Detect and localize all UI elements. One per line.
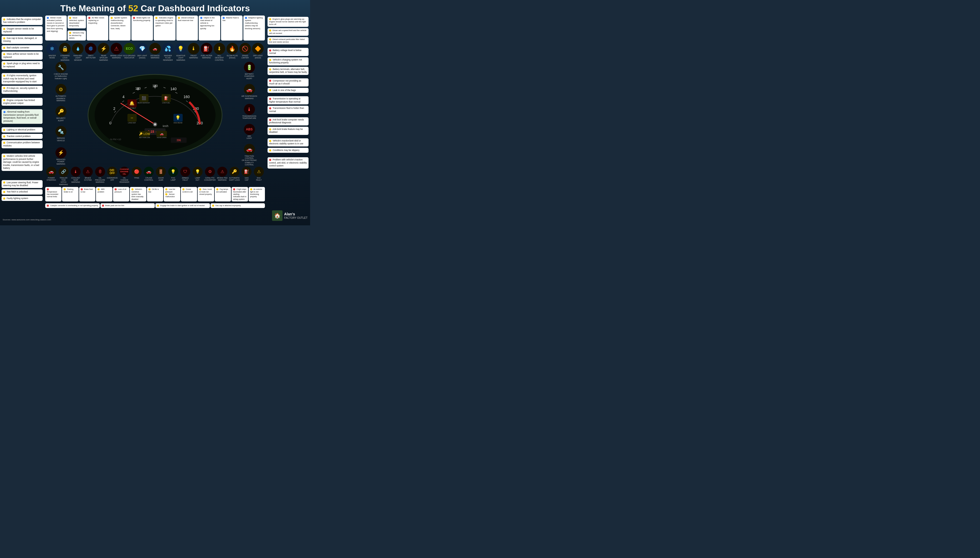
- ann-traction: Traction control problem: [2, 134, 43, 139]
- icon-lamp-out: 💡 LAMPOUT: [192, 167, 203, 186]
- rear-spoiler-icon: ⚡: [98, 43, 109, 54]
- winter-mode-icon: ❄: [46, 43, 58, 54]
- dot-yellow: [3, 155, 5, 157]
- tpms-icon: 🔴: [132, 167, 142, 177]
- icon-overdrive-off: O/DOFF OVERDRIVEOFF: [107, 167, 118, 186]
- dot-yellow: [3, 191, 5, 193]
- icon-check-engine: 🔧 CHECK ENGINE(or MalfunctionIndicator L…: [46, 62, 76, 80]
- icon-power-steering: 🚗 POWERSTEERING: [46, 167, 57, 186]
- icon-auto-gearbox: ⚙ AUTOMATICGEARBOXWARNING: [46, 84, 76, 102]
- icon-oil-pressure: 🛢 OIL PRESSUREWARNING: [94, 167, 105, 186]
- ann-bottom-lamp-out: An exterior light is not functioning pro…: [249, 187, 265, 202]
- glow-plug-icon: 🔥: [227, 43, 238, 54]
- ann-compressor: Compressor not providing as much air as …: [268, 78, 309, 87]
- oil-pressure-label: OIL PRESSUREWARNING: [94, 177, 105, 184]
- gas-cap-label: GASCAP: [245, 177, 249, 181]
- ann-def: Diesel exhaust fluid reservoir low: [176, 15, 198, 41]
- hill-descent-icon: ⬇: [214, 43, 225, 54]
- icon-esc-fault: ⚠ ESCFAULT: [254, 167, 264, 186]
- svg-text:HOOD OPEN: HOOD OPEN: [157, 137, 167, 138]
- svg-text:🔑 LOW: 🔑 LOW: [139, 132, 151, 136]
- washer-icon: 💦: [162, 43, 174, 54]
- frost-icon: 🌡: [188, 43, 200, 54]
- icon-rear-spoiler: ⚡ REAR SPOILERWARNING: [97, 43, 110, 61]
- svg-text:HIGH BEAM: HIGH BEAM: [173, 122, 182, 123]
- svg-text:396: 396: [177, 139, 181, 142]
- overdrive-off-icon: O/DOFF: [107, 167, 117, 177]
- ann-lighting: Lighting or electrical problem: [2, 127, 43, 132]
- dpf-label: DPF LIGHT(Diesel): [253, 55, 263, 59]
- svg-text:🚗: 🚗: [160, 132, 164, 136]
- ann-bottom-door: Door, hood, or trunk not closed properly: [198, 187, 214, 202]
- dot-yellow: [69, 32, 71, 34]
- overdrive-off-label: OVERDRIVEOFF: [107, 177, 118, 181]
- power-steering-icon: 🚗: [46, 167, 56, 177]
- ann-adaptive-light: Adaptive lighting system malfunctioning …: [243, 15, 265, 41]
- brake-pad-icon: ⚠: [218, 167, 227, 177]
- dot-yellow: [111, 17, 113, 19]
- ann-bottom-coolant: Temperature has exceeded normal limits: [45, 187, 62, 202]
- ann-oxygen-sensor: Oxygen sensor needs to be replaced: [2, 26, 43, 34]
- ann-brake-lights: Brake lights not functioning properly: [131, 15, 153, 41]
- icon-fuel-filter: ⛽ FUEL FILTERWARNING: [200, 43, 213, 61]
- dpf-icon: 🔶: [252, 43, 263, 54]
- air-suspension-label: AIR SUSPENSIONWARNING: [242, 95, 257, 100]
- ann-eco: Indicates engine is operating close to m…: [154, 15, 175, 41]
- icon-auto-shift-lock: 🔑 AUTOMATICSHIFT LOCK: [229, 167, 240, 186]
- icon-coolant-temp: 🌡 COOLANTTEMP WARNING: [70, 167, 81, 186]
- svg-text:🔔: 🔔: [129, 101, 134, 106]
- brake-light-icon: ⚠: [111, 43, 122, 54]
- ann-abs-2: Anti-lock brake feature may be disabled: [268, 127, 309, 135]
- svg-text:km/h: km/h: [163, 125, 169, 128]
- ann-speed-limiter: Driver set a speed limit and the vehicle…: [268, 28, 309, 36]
- door-ajar-label: DOORAJAR: [158, 177, 164, 181]
- svg-text:💡: 💡: [175, 115, 180, 120]
- ann-bottom-catalytic: Catalytic converter is overheating or no…: [45, 203, 100, 208]
- icon-gas-cap: ⛽ GASCAP: [241, 167, 252, 186]
- ann-spoiler: Spoiler system malfunctioning (loose/bro…: [109, 15, 131, 41]
- steering-lock-label: STEERINGLOCK WARNING: [59, 55, 72, 61]
- traction-control-label: TRACTION CONTROLOR ELECTRONICSTABILITY C…: [242, 155, 257, 166]
- dot-blue: [3, 111, 5, 113]
- esc-fault-icon: ⚠: [254, 167, 264, 177]
- ann-bottom-overdrive: Vehicle's overdrive system has been manu…: [130, 187, 146, 202]
- svg-text:REAR DEFROST: REAR DEFROST: [137, 102, 150, 103]
- catalytic-label: CATALYTICCONVERTER: [204, 177, 216, 181]
- dot-red: [88, 17, 90, 19]
- check-engine-icon: 🔧: [56, 62, 67, 73]
- ann-faulty-lighting: Faulty lighting system: [2, 196, 43, 201]
- svg-text:140: 140: [170, 87, 177, 91]
- icon-winter-mode: ❄ WINTERMODE: [46, 43, 59, 61]
- dot-blue: [223, 17, 225, 19]
- icon-cruise-control: 🚗 CRUISECONTROL: [143, 167, 154, 186]
- icon-brake-pad: ⚠ BRAKE PADWARNING: [217, 167, 228, 186]
- icon-hill-descent: ⬇ HILL DESCENTCONTROL: [213, 43, 226, 61]
- dot-blue: [245, 17, 247, 19]
- transmission-temp-label: TRANSMISSIONTEMPERATURE: [242, 115, 256, 120]
- ann-trans-fluid: Transmission fluid is hotter than normal: [268, 106, 309, 114]
- auto-gearbox-label: AUTOMATICGEARBOXWARNING: [56, 95, 66, 102]
- dot-yellow: [3, 28, 5, 30]
- icon-eco: ECO ECO DRIVINGINDICATOR: [123, 43, 136, 61]
- fog-lamp-icon: 💡: [168, 167, 178, 177]
- speed-limiter-label: SPEEDLIMITER: [242, 55, 249, 59]
- icon-abs: ABS ABSLIGHT: [234, 124, 264, 140]
- auto-shift-lock-icon: 🔑: [229, 167, 239, 177]
- dot-yellow: [3, 181, 5, 184]
- ann-mass-airflow: Mass airflow sensor needs to be replaced: [2, 51, 43, 60]
- svg-text:2: 2: [113, 107, 115, 111]
- ann-bottom-brake-pad: Brake pads are too thin: [100, 203, 155, 208]
- dot-yellow: [3, 53, 5, 55]
- coolant-temp-label: COOLANTTEMP WARNING: [70, 177, 81, 184]
- ann-bottom-gas-cap: Gas cap is attached improperly: [211, 203, 265, 208]
- icon-steering-lock: 🔒 STEERINGLOCK WARNING: [59, 43, 72, 61]
- icon-brake-system: ⚠ BRAKESYSTEM: [82, 167, 93, 186]
- icon-adaptive-light: 💡 ADAPTIVELIGHT WARNING: [174, 43, 187, 61]
- svg-text:LOW FUEL: LOW FUEL: [162, 102, 170, 103]
- ann-issue-detected: Issue detected; system deactivated tempo…: [67, 15, 86, 28]
- lamp-out-label: LAMPOUT: [195, 177, 200, 181]
- ann-abs-1: Anti-lock brake computer needs professio…: [268, 117, 309, 125]
- ann-bottom-oil: Loss of oil pressure: [113, 187, 129, 202]
- change-oil-icon: CHANGEENGINEOIL: [119, 167, 129, 177]
- icon-distance: 🚗 DISTANCEWARNING: [149, 43, 162, 61]
